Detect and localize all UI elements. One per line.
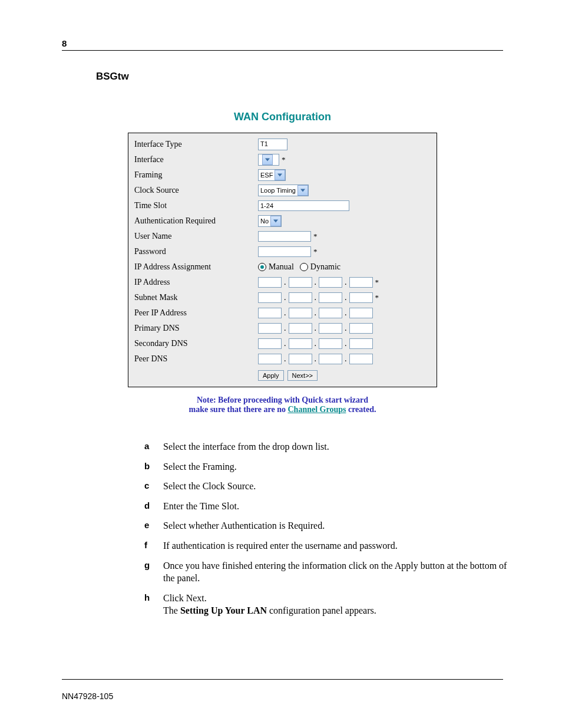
time-slot-label: Time Slot — [134, 201, 258, 210]
section-title: BSGtw — [96, 71, 503, 83]
primary-dns-label: Primary DNS — [134, 324, 258, 333]
channel-groups-link[interactable]: Channel Groups — [287, 405, 346, 414]
subnet-mask-octet-3[interactable] — [319, 292, 342, 303]
peer-ip-octet-4[interactable] — [349, 308, 373, 318]
framing-select[interactable]: ESF — [258, 169, 286, 181]
panel-title: WAN Configuration — [128, 111, 437, 123]
wan-config-panel: Interface Type T1 Interface * Framing — [128, 133, 437, 387]
peer-ip-octet-3[interactable] — [319, 308, 342, 318]
interface-label: Interface — [134, 155, 258, 164]
secondary-dns-octet-4[interactable] — [349, 338, 373, 349]
subnet-mask-input-group: . . . * — [258, 292, 431, 303]
clock-source-label: Clock Source — [134, 186, 258, 195]
primary-dns-octet-2[interactable] — [289, 323, 312, 334]
auth-required-label: Authentication Required — [134, 216, 258, 226]
chevron-down-icon — [262, 154, 273, 165]
user-name-input[interactable] — [258, 231, 311, 242]
ip-address-octet-2[interactable] — [289, 277, 312, 288]
ip-address-octet-1[interactable] — [258, 277, 282, 288]
user-name-label: User Name — [134, 232, 258, 241]
page-number: 8 — [62, 38, 503, 48]
list-item: h Click Next. The Setting Up Your LAN co… — [144, 592, 510, 617]
list-item: gOnce you have finished entering the inf… — [144, 559, 510, 585]
top-rule — [62, 50, 503, 51]
instruction-list: aSelect the interface from the drop down… — [144, 440, 510, 617]
secondary-dns-octet-2[interactable] — [289, 338, 312, 349]
secondary-dns-input-group: . . . — [258, 338, 431, 349]
peer-ip-octet-2[interactable] — [289, 308, 312, 318]
peer-dns-octet-2[interactable] — [289, 354, 312, 364]
interface-select[interactable] — [258, 154, 279, 166]
primary-dns-octet-3[interactable] — [319, 323, 342, 334]
ip-address-octet-3[interactable] — [319, 277, 342, 288]
subnet-mask-octet-2[interactable] — [289, 292, 312, 303]
password-input[interactable] — [258, 246, 311, 257]
bottom-rule — [62, 679, 503, 680]
password-label: Password — [134, 247, 258, 256]
peer-dns-input-group: . . . — [258, 354, 431, 364]
next-button[interactable]: Next>> — [287, 370, 318, 381]
secondary-dns-octet-1[interactable] — [258, 338, 282, 349]
subnet-mask-octet-4[interactable] — [349, 292, 373, 303]
wan-config-screenshot: WAN Configuration Interface Type T1 Inte… — [128, 111, 437, 414]
peer-dns-octet-4[interactable] — [349, 354, 373, 364]
list-item: eSelect whether Authentication is Requir… — [144, 519, 510, 532]
wizard-note: Note: Before proceeding with Quick start… — [128, 396, 437, 414]
ip-address-octet-4[interactable] — [349, 277, 373, 288]
chevron-down-icon — [275, 170, 285, 180]
secondary-dns-octet-3[interactable] — [319, 338, 342, 349]
secondary-dns-label: Secondary DNS — [134, 339, 258, 348]
clock-source-select[interactable]: Loop Timing — [258, 185, 309, 196]
framing-label: Framing — [134, 170, 258, 180]
primary-dns-octet-4[interactable] — [349, 323, 373, 334]
interface-type-label: Interface Type — [134, 140, 258, 149]
chevron-down-icon — [297, 185, 308, 196]
ip-address-label: IP Address — [134, 278, 258, 287]
primary-dns-octet-1[interactable] — [258, 323, 282, 334]
list-item: bSelect the Framing. — [144, 460, 510, 473]
ip-assign-manual-radio[interactable] — [258, 263, 266, 271]
footer-doc-id: NN47928-105 — [62, 691, 113, 701]
peer-ip-input-group: . . . — [258, 308, 431, 318]
subnet-mask-label: Subnet Mask — [134, 293, 258, 302]
primary-dns-input-group: . . . — [258, 323, 431, 334]
required-asterisk: * — [374, 293, 379, 302]
time-slot-input[interactable] — [258, 200, 349, 211]
list-item: fIf authentication is required enter the… — [144, 539, 510, 552]
chevron-down-icon — [270, 216, 281, 226]
peer-ip-label: Peer IP Address — [134, 308, 258, 318]
peer-dns-label: Peer DNS — [134, 354, 258, 364]
required-asterisk: * — [312, 247, 318, 256]
list-item: cSelect the Clock Source. — [144, 480, 510, 493]
interface-type-value: T1 — [258, 139, 287, 150]
ip-assign-dynamic-radio[interactable] — [300, 263, 308, 271]
ip-assign-dynamic-label: Dynamic — [310, 262, 340, 272]
auth-required-select[interactable]: No — [258, 215, 282, 227]
list-item: dEnter the Time Slot. — [144, 500, 510, 513]
required-asterisk: * — [374, 278, 379, 287]
required-asterisk: * — [280, 155, 286, 164]
subnet-mask-octet-1[interactable] — [258, 292, 282, 303]
ip-assign-manual-label: Manual — [269, 262, 294, 272]
peer-dns-octet-3[interactable] — [319, 354, 342, 364]
list-item: aSelect the interface from the drop down… — [144, 440, 510, 453]
apply-button[interactable]: Apply — [258, 370, 284, 381]
ip-address-input-group: . . . * — [258, 277, 431, 288]
ip-assign-label: IP Address Assignment — [134, 262, 258, 272]
peer-dns-octet-1[interactable] — [258, 354, 282, 364]
peer-ip-octet-1[interactable] — [258, 308, 282, 318]
required-asterisk: * — [312, 232, 318, 241]
